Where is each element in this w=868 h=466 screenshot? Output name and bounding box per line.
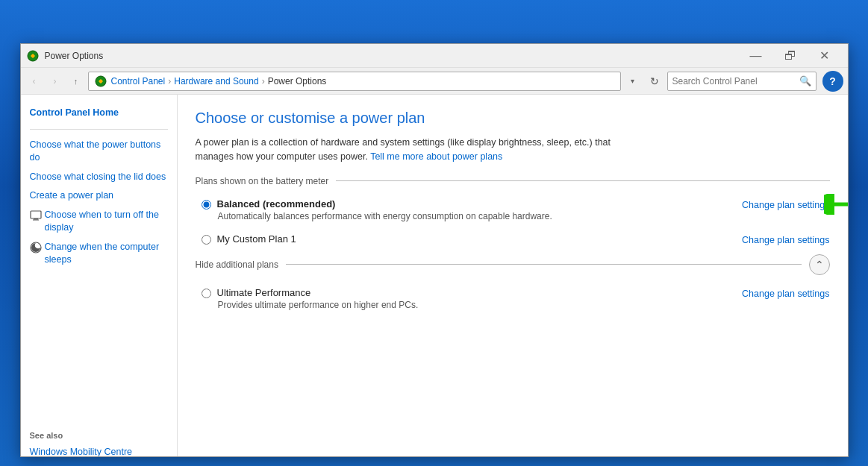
plan-right-balanced: Change plan settings [742,198,829,210]
content-description: A power plan is a collection of hardware… [196,136,643,164]
back-button[interactable]: ‹ [25,72,43,90]
maximize-button[interactable]: 🗗 [773,44,808,68]
sidebar-divider-1 [30,129,168,130]
plan-name-row-ultimate: Ultimate Performance [202,287,419,298]
sidebar-item-create-power-plan[interactable]: Create a power plan [21,186,177,206]
up-button[interactable]: ↑ [67,72,85,90]
window-controls: — 🗗 ✕ [739,44,842,68]
plan-row-balanced: Balanced (recommended) Automatically bal… [196,195,830,224]
refresh-button[interactable]: ↻ [645,72,664,91]
main-area: Control Panel Home Choose what the power… [21,95,848,456]
plan-name-ultimate: Ultimate Performance [217,287,311,298]
section-line-2 [286,264,802,265]
plan-row-custom: My Custom Plan 1 Change plan settings [196,230,830,248]
svg-rect-6 [33,219,39,220]
sidebar-item-power-buttons[interactable]: Choose what the power buttons do [21,136,177,168]
radio-balanced[interactable] [202,200,211,210]
sidebar-item-control-panel-home[interactable]: Control Panel Home [21,104,177,123]
plan-desc-ultimate: Provides ultimate performance on higher … [218,300,419,310]
help-button[interactable]: ? [822,71,843,92]
breadcrumb-bar: Control Panel › Hardware and Sound › Pow… [88,72,621,91]
plans-section-label: Plans shown on the battery meter [196,176,329,186]
plan-left-custom: My Custom Plan 1 [202,233,296,245]
sidebar-item-computer-sleeps[interactable]: Change when the computer sleeps [21,238,177,270]
plan-name-row-balanced: Balanced (recommended) [202,198,552,210]
sidebar-item-closing-lid[interactable]: Choose what closing the lid does [21,168,177,187]
sidebar-item-windows-mobility[interactable]: Windows Mobility Centre [21,443,177,457]
addressbar: ‹ › ↑ Control Panel › Hardware and Sound… [21,68,848,95]
dropdown-button[interactable]: ▾ [624,72,642,90]
sidebar: Control Panel Home Choose what the power… [21,95,178,456]
plan-name-custom: My Custom Plan 1 [217,233,296,245]
window-title: Power Options [45,51,739,61]
plan-desc-balanced: Automatically balances performance with … [218,211,552,221]
plans-section-header: Plans shown on the battery meter [196,176,830,186]
hide-plans-section-header: Hide additional plans ⌃ [196,254,830,275]
page-title: Choose or customise a power plan [196,110,830,127]
hide-plans-label: Hide additional plans [196,259,278,270]
close-button[interactable]: ✕ [808,44,842,68]
search-box: 🔍 [667,72,817,91]
svg-point-3 [99,80,102,83]
search-input[interactable] [672,76,799,86]
change-plan-link-balanced[interactable]: Change plan settings [742,200,829,210]
change-plan-link-ultimate[interactable]: Change plan settings [742,289,829,299]
moon-icon [30,242,42,254]
plan-left-balanced: Balanced (recommended) Automatically bal… [202,198,552,221]
change-plan-link-custom[interactable]: Change plan settings [742,235,829,245]
minimize-button[interactable]: — [739,44,773,68]
svg-point-1 [31,54,34,57]
titlebar: Power Options — 🗗 ✕ [21,44,848,68]
svg-rect-4 [31,211,41,218]
section-line-1 [336,180,829,181]
plan-row-ultimate: Ultimate Performance Provides ultimate p… [196,284,830,313]
plan-left-ultimate: Ultimate Performance Provides ultimate p… [202,287,419,310]
plan-name-balanced: Balanced (recommended) [217,198,336,210]
sidebar-item-turn-off-display[interactable]: Choose when to turn off the display [21,206,177,238]
content-pane: Choose or customise a power plan A power… [178,95,848,456]
window-icon [27,50,39,62]
radio-ultimate[interactable] [202,289,211,298]
see-also-title: See also [21,419,177,443]
plan-name-row-custom: My Custom Plan 1 [202,233,296,245]
learn-more-link[interactable]: Tell me more about power plans [370,151,502,162]
collapse-button[interactable]: ⌃ [809,254,830,275]
breadcrumb-control-panel[interactable]: Control Panel [111,76,166,86]
monitor-icon [30,210,42,221]
radio-custom[interactable] [202,235,211,245]
search-icon: 🔍 [799,75,811,86]
breadcrumb-power-options: Power Options [268,76,327,86]
forward-button[interactable]: › [46,72,64,90]
breadcrumb-hardware-sound[interactable]: Hardware and Sound [174,76,258,86]
svg-rect-5 [34,218,38,220]
power-options-window: Power Options — 🗗 ✕ ‹ › ↑ Control Panel … [20,43,849,457]
